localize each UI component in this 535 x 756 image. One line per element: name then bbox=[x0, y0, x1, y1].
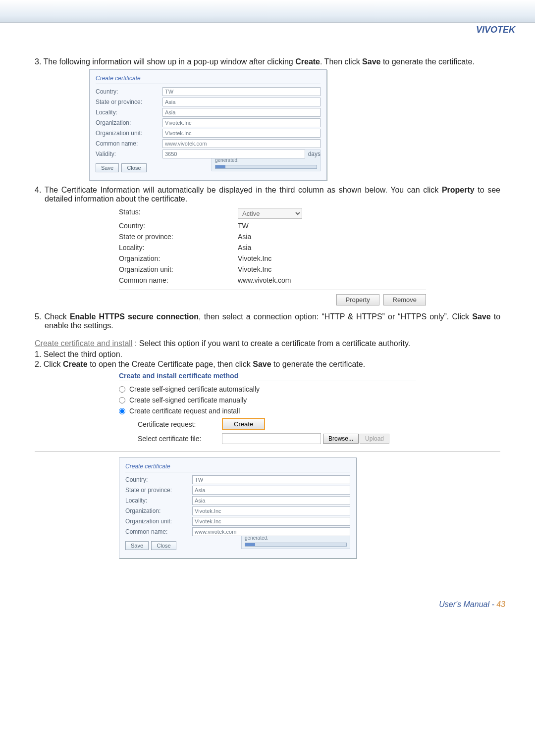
p2-state-l: State or province: bbox=[125, 487, 192, 494]
p2-close-button[interactable]: Close bbox=[151, 541, 176, 550]
close-button[interactable]: Close bbox=[121, 163, 146, 172]
ci-cn-v: www.vivotek.com bbox=[238, 276, 426, 284]
ci-orgu-l: Organization unit: bbox=[119, 265, 238, 273]
step5-a: Check bbox=[44, 312, 69, 321]
p2-orgu-input[interactable] bbox=[192, 517, 350, 526]
opt-manual-label: Create self-signed certificate manually bbox=[129, 396, 247, 404]
opt-manual-radio[interactable] bbox=[119, 397, 125, 403]
opt-auto-label: Create self-signed certificate automatic… bbox=[129, 385, 260, 393]
org-label: Organization: bbox=[96, 119, 162, 126]
orgu-label: Organization unit: bbox=[96, 130, 162, 137]
substep-2: 2. Click Create to open the Create Certi… bbox=[35, 360, 500, 369]
step5-b: , then select a connection option: “HTTP… bbox=[199, 312, 472, 321]
header-gradient bbox=[0, 0, 535, 23]
sub2-a: Click bbox=[44, 360, 63, 368]
step5-kw2: Save bbox=[472, 312, 490, 321]
separator bbox=[35, 451, 500, 452]
ci-org-l: Organization: bbox=[119, 254, 238, 262]
step-4: 4. The Certificate Information will auto… bbox=[35, 186, 500, 203]
ci-orgu-v: Vivotek.Inc bbox=[238, 265, 426, 273]
ci-state-v: Asia bbox=[238, 233, 426, 241]
step3-num: 3. bbox=[35, 57, 44, 66]
ci-cn-l: Common name: bbox=[119, 276, 238, 284]
org-input[interactable] bbox=[162, 118, 321, 127]
property-button[interactable]: Property bbox=[336, 294, 379, 305]
create-cert-popup-2: Create certificate Country: State or pro… bbox=[119, 457, 357, 558]
p2-progress-bar bbox=[245, 543, 347, 547]
step4-num: 4. bbox=[35, 186, 45, 194]
validity-input[interactable] bbox=[162, 150, 305, 158]
status-label: Status: bbox=[119, 208, 238, 219]
footer: User's Manual - 43 bbox=[0, 585, 535, 624]
p2-locality-l: Locality: bbox=[125, 497, 192, 504]
p2-org-l: Organization: bbox=[125, 507, 192, 514]
opt-manual[interactable]: Create self-signed certificate manually bbox=[119, 396, 416, 404]
cn-label: Common name: bbox=[96, 140, 162, 147]
p2-cn-l: Common name: bbox=[125, 528, 192, 535]
method-legend: Create and install certificate method bbox=[119, 372, 416, 381]
ci-locality-l: Locality: bbox=[119, 244, 238, 252]
validity-label: Validity: bbox=[96, 151, 162, 157]
sub2-kw1: Create bbox=[63, 360, 88, 368]
sub2-num: 2. bbox=[35, 360, 44, 368]
popup2-legend: Create certificate bbox=[125, 463, 350, 472]
selfile-label: Select certificate file: bbox=[138, 435, 222, 443]
upload-button[interactable]: Upload bbox=[360, 434, 389, 444]
step3-create: Create bbox=[295, 57, 320, 66]
create-install-tail: : Select this option if you want to crea… bbox=[132, 339, 410, 348]
sub2-c: to generate the certificate. bbox=[271, 360, 365, 368]
state-label: State or province: bbox=[96, 99, 162, 105]
create-button[interactable]: Create bbox=[222, 418, 265, 430]
p2-locality-input[interactable] bbox=[192, 496, 350, 505]
step-5: 5. Check Enable HTTPS secure connection,… bbox=[35, 312, 500, 330]
popup-legend: Create certificate bbox=[96, 75, 321, 84]
cn-input[interactable] bbox=[162, 139, 321, 148]
opt-auto-radio[interactable] bbox=[119, 386, 125, 393]
ci-org-v: Vivotek.Inc bbox=[238, 254, 426, 262]
brand-label: VIVOTEK bbox=[476, 25, 515, 35]
locality-input[interactable] bbox=[162, 108, 321, 117]
footer-page: 43 bbox=[496, 600, 505, 608]
sub2-kw2: Save bbox=[253, 360, 271, 368]
validity-days: days bbox=[308, 151, 321, 157]
file-input[interactable] bbox=[222, 433, 321, 444]
opt-request-label: Create certificate request and install bbox=[129, 407, 240, 415]
step5-num: 5. bbox=[35, 312, 44, 321]
p2-cn-input[interactable] bbox=[192, 527, 350, 536]
p2-country-input[interactable] bbox=[192, 475, 350, 484]
opt-request[interactable]: Create certificate request and install bbox=[119, 407, 416, 415]
browse-button[interactable]: Browse... bbox=[323, 434, 359, 444]
step5-kw1: Enable HTTPS secure connection bbox=[70, 312, 199, 321]
ci-country-v: TW bbox=[238, 222, 426, 230]
create-install-heading: Create certificate and install bbox=[35, 339, 132, 348]
save-button[interactable]: Save bbox=[96, 163, 119, 172]
create-cert-popup: Create certificate Country: State or pro… bbox=[89, 69, 327, 181]
p2-save-button[interactable]: Save bbox=[125, 541, 149, 550]
ci-country-l: Country: bbox=[119, 222, 238, 230]
progress-bar bbox=[215, 165, 317, 169]
step4-kw: Property bbox=[442, 186, 475, 194]
method-panel: Create and install certificate method Cr… bbox=[119, 372, 416, 444]
ci-state-l: State or province: bbox=[119, 233, 238, 241]
status-select[interactable]: Active bbox=[238, 208, 302, 219]
locality-label: Locality: bbox=[96, 109, 162, 116]
p2-orgu-l: Organization unit: bbox=[125, 518, 192, 525]
country-input[interactable] bbox=[162, 87, 321, 96]
sub2-b: to open the Create Certificate page, the… bbox=[88, 360, 253, 368]
create-install-section: Create certificate and install : Select … bbox=[35, 339, 500, 348]
step3-b: . Then click bbox=[320, 57, 362, 66]
cert-info-panel: Status:Active Country:TW State or provin… bbox=[119, 206, 426, 305]
ci-locality-v: Asia bbox=[238, 244, 426, 252]
country-label: Country: bbox=[96, 88, 162, 95]
p2-state-input[interactable] bbox=[192, 486, 350, 495]
p2-org-input[interactable] bbox=[192, 506, 350, 515]
opt-auto[interactable]: Create self-signed certificate automatic… bbox=[119, 385, 416, 393]
orgu-input[interactable] bbox=[162, 129, 321, 138]
step3-c: to generate the certificate. bbox=[380, 57, 474, 66]
step3-a: The following information will show up i… bbox=[44, 57, 296, 66]
p2-country-l: Country: bbox=[125, 476, 192, 483]
remove-button[interactable]: Remove bbox=[383, 294, 426, 305]
opt-request-radio[interactable] bbox=[119, 408, 125, 414]
step-3: 3. The following information will show u… bbox=[35, 57, 500, 66]
state-input[interactable] bbox=[162, 98, 321, 106]
